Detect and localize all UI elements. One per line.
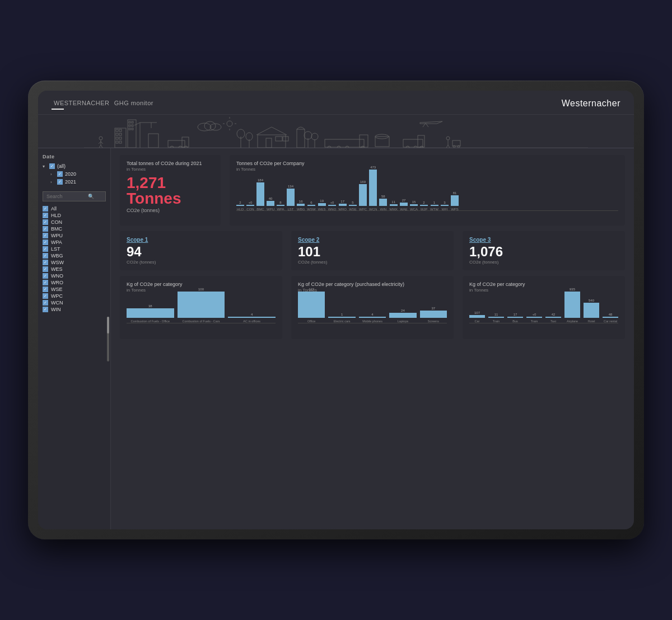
svg-point-29 [170,146,174,148]
brand-subtitle: GHG monitor [114,100,153,106]
top-row: Total tonnes of CO2e during 2021 in Tonn… [120,155,625,226]
scope1-chart-card: Kg of CO2e per category in Tonnes 38 Com… [120,276,282,339]
checkbox-2020[interactable] [57,171,63,177]
company-item-wsw[interactable]: WSW [43,260,106,265]
checkbox-wbg[interactable] [43,253,48,259]
date-2021[interactable]: › 2021 [43,178,106,186]
sbar-Screens [420,311,447,318]
bar-group-wro: 17 WRO [338,200,347,211]
bar-group-wsw: 6 WSW [307,201,315,211]
svg-rect-21 [132,128,133,130]
company-item-con[interactable]: CON [43,219,106,225]
checkbox-wro[interactable] [43,280,48,285]
checkbox-lst[interactable] [43,246,48,252]
svg-rect-7 [116,129,118,131]
bar-WIN [379,199,387,206]
svg-rect-27 [168,140,185,147]
company-item-wpa[interactable]: WPA [43,239,106,245]
checkbox-2021[interactable] [57,179,63,185]
checkbox-wpc[interactable] [43,293,48,299]
sbar-val-Mobile phones: 4 [371,313,373,316]
small-bar-group-bus: 17 Bus [507,313,523,323]
svg-line-70 [446,145,448,148]
company-item-wpc[interactable]: WPC [43,293,106,299]
bar-group-hld: 2 HLD [236,201,244,211]
bar-value-WSE: 5 [352,201,353,204]
checkbox-wpa[interactable] [43,239,48,245]
company-label-wpu: WPU [51,233,63,238]
svg-rect-16 [129,121,130,123]
checkbox-wno[interactable] [43,273,48,279]
checkbox-wsw[interactable] [43,260,48,265]
company-item-wcn[interactable]: WCN [43,300,106,306]
company-item-win[interactable]: WIN [43,307,106,312]
bar-WRO [339,204,347,206]
svg-rect-28 [182,137,189,147]
company-item-all[interactable]: All [43,206,106,212]
bar-group-wpa: 8 WPA [277,201,284,211]
bar-group-wcn: 473 WCN [369,166,377,211]
bar-value-WCA: 15 [412,200,416,204]
company-item-bmc[interactable]: BMC [43,226,106,232]
scrollbar-thumb[interactable] [107,317,109,334]
checkbox-all[interactable] [43,206,48,212]
checkbox-all[interactable] [49,163,55,169]
small-bar-group-tram: +0 Tram [526,313,542,323]
sbar-val-Airplane: 935 [570,288,575,291]
bar-value-BMC: 184 [258,179,263,182]
company-item-lst[interactable]: LST [43,246,106,252]
scope3-unit: CO2e (tonnes) [469,260,618,265]
company-item-wes[interactable]: WES [43,266,106,272]
expand-arrow-2020: › [50,172,55,177]
bar-group-wjp: 2 WJP [420,201,428,211]
scope3-title: Scope 3 [469,237,618,243]
scope2-value: 101 [298,245,447,259]
svg-point-57 [346,146,349,148]
bar-value-WCN: 473 [370,166,376,169]
company-label-wro: WRO [51,280,63,285]
search-input[interactable] [46,194,86,199]
svg-point-66 [414,146,417,148]
date-2020[interactable]: › 2020 [43,170,106,178]
svg-point-55 [328,146,331,148]
company-label-wpc: WPC [51,293,63,299]
bar-group-wca: 15 WCA [410,200,418,211]
bar-group-lst: 134 LST [287,185,295,211]
search-icon: 🔍 [88,194,94,199]
small-bar-group-screens: 37 Screens [420,307,447,323]
svg-line-25 [134,123,140,125]
company-item-wbg[interactable]: WBG [43,253,106,259]
checkbox-win[interactable] [43,307,48,312]
svg-point-43 [246,133,253,140]
search-box[interactable]: 🔍 [43,191,106,201]
checkbox-wes[interactable] [43,266,48,272]
bar-value-WRO: 17 [340,200,344,203]
checkbox-wpu[interactable] [43,233,48,238]
checkbox-con[interactable] [43,219,48,225]
svg-rect-20 [129,128,130,130]
svg-rect-11 [116,137,118,139]
checkbox-hld[interactable] [43,213,48,218]
scope1-axis [127,323,276,323]
bar-WPC [359,184,367,206]
svg-point-56 [337,146,340,148]
svg-point-68 [446,137,450,140]
svg-rect-14 [119,141,122,143]
svg-line-4 [99,145,101,148]
checkbox-wse[interactable] [43,286,48,292]
bar-LST [287,189,295,206]
checkbox-bmc[interactable] [43,226,48,232]
bar-WPU [267,201,274,206]
company-item-hld[interactable]: HLD [43,213,106,218]
company-item-wro[interactable]: WRO [43,280,106,285]
company-item-wse[interactable]: WSE [43,286,106,292]
scope2-chart: 127 Office 1 Electric cars 4 Mobile phon… [298,297,447,334]
company-item-wno[interactable]: WNO [43,273,106,279]
tablet-frame: WESTERNACHER GHG monitor Westernacher [28,81,644,539]
sbar-val-Combustion of Fuels - Office: 38 [148,304,152,308]
checkbox-wcn[interactable] [43,300,48,306]
expand-arrow-2021: › [50,180,55,185]
date-all[interactable]: ▾ (all) [43,162,106,170]
company-item-wpu[interactable]: WPU [43,233,106,238]
bar-value-WNO: +0 [330,201,334,204]
